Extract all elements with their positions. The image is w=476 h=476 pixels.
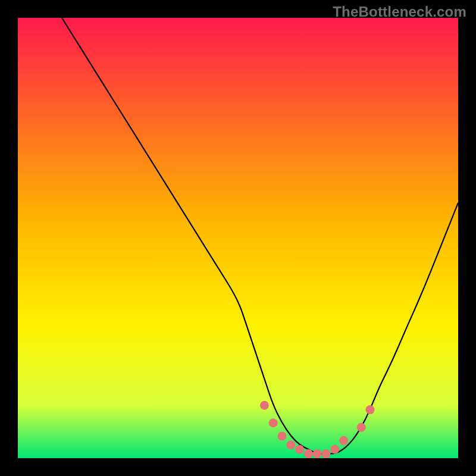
chart-frame: { "watermark": "TheBottleneck.com", "col… [0, 0, 476, 476]
curve-marker [330, 445, 339, 454]
curve-marker [313, 449, 322, 458]
gradient-background [18, 18, 458, 458]
curve-marker [322, 449, 331, 458]
curve-marker [260, 401, 269, 410]
curve-marker [278, 432, 287, 441]
curve-marker [339, 436, 348, 445]
curve-marker [304, 449, 313, 458]
curve-marker [269, 418, 278, 427]
bottleneck-chart [18, 18, 458, 458]
curve-marker [286, 440, 295, 449]
curve-marker [366, 405, 375, 414]
curve-marker [357, 423, 366, 432]
curve-marker [295, 445, 304, 454]
